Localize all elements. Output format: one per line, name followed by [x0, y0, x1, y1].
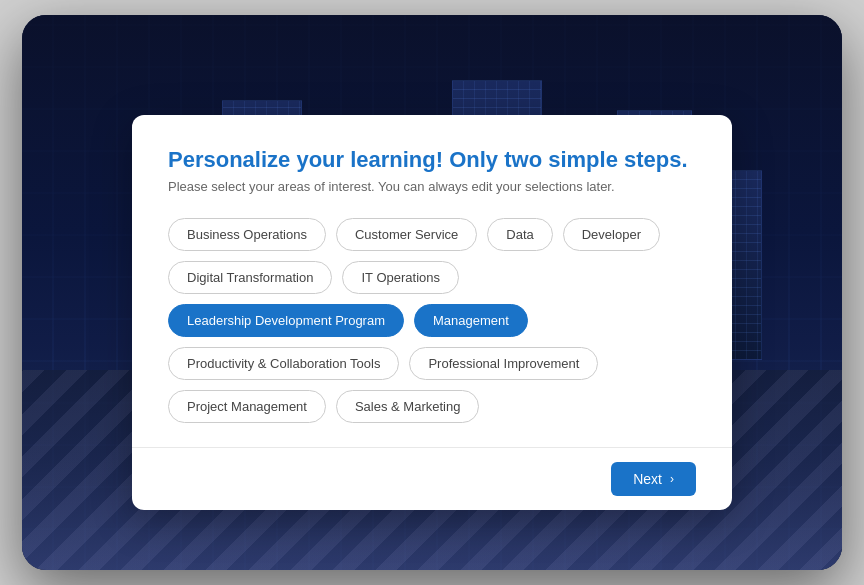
modal-footer: Next ›: [132, 447, 732, 510]
modal-card: Personalize your learning! Only two simp…: [132, 115, 732, 510]
tag-developer[interactable]: Developer: [563, 218, 660, 251]
tags-container: Business OperationsCustomer ServiceDataD…: [168, 218, 696, 423]
device-frame: Personalize your learning! Only two simp…: [22, 15, 842, 570]
modal-subtitle: Please select your areas of interest. Yo…: [168, 179, 696, 194]
tag-leadership-development-program[interactable]: Leadership Development Program: [168, 304, 404, 337]
tag-it-operations[interactable]: IT Operations: [342, 261, 459, 294]
tag-data[interactable]: Data: [487, 218, 552, 251]
modal-body: Personalize your learning! Only two simp…: [132, 115, 732, 447]
tag-management[interactable]: Management: [414, 304, 528, 337]
tag-business-operations[interactable]: Business Operations: [168, 218, 326, 251]
chevron-right-icon: ›: [670, 472, 674, 486]
modal-title: Personalize your learning! Only two simp…: [168, 147, 696, 173]
tag-productivity-collaboration[interactable]: Productivity & Collaboration Tools: [168, 347, 399, 380]
next-button[interactable]: Next ›: [611, 462, 696, 496]
tag-customer-service[interactable]: Customer Service: [336, 218, 477, 251]
tag-sales-marketing[interactable]: Sales & Marketing: [336, 390, 480, 423]
tag-professional-improvement[interactable]: Professional Improvement: [409, 347, 598, 380]
tag-project-management[interactable]: Project Management: [168, 390, 326, 423]
next-label: Next: [633, 471, 662, 487]
tag-digital-transformation[interactable]: Digital Transformation: [168, 261, 332, 294]
